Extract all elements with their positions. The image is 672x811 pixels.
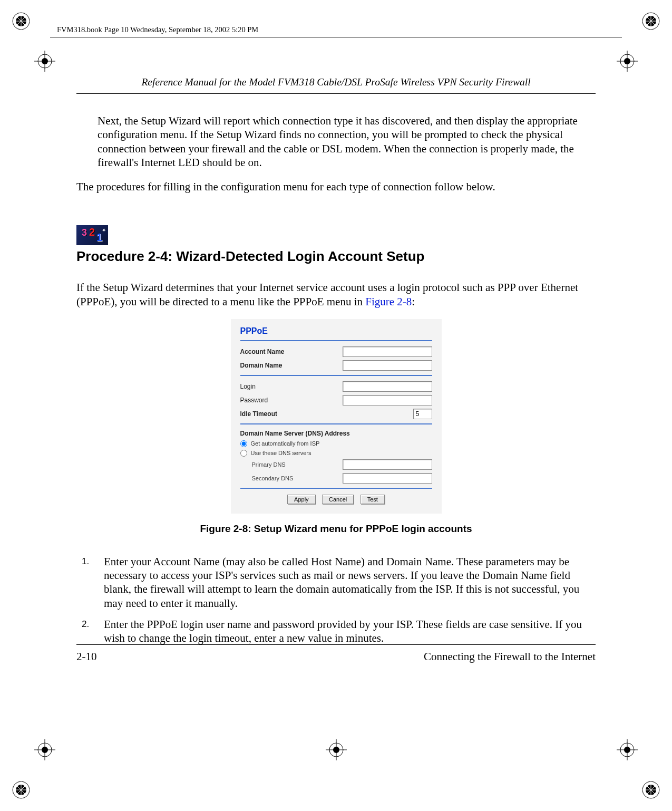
procedures-paragraph: The procedures for filling in the config… (76, 180, 596, 194)
figure-link[interactable]: Figure 2-8 (365, 295, 412, 308)
dns-manual-radio[interactable] (240, 450, 247, 457)
setup-paragraph-pre: If the Setup Wizard determines that your… (76, 281, 578, 307)
dns-heading: Domain Name Server (DNS) Address (240, 430, 432, 437)
divider (240, 423, 432, 424)
login-input[interactable] (343, 381, 432, 392)
cancel-button[interactable]: Cancel (322, 495, 354, 504)
meta-rule (50, 37, 622, 37)
step-list: Enter your Account Name (may also be cal… (82, 555, 596, 645)
crop-mark-icon (635, 5, 667, 37)
primary-dns-label: Primary DNS (252, 461, 343, 468)
password-input[interactable] (343, 395, 432, 406)
login-label: Login (240, 383, 343, 390)
running-head: Reference Manual for the Model FVM318 Ca… (76, 76, 596, 94)
registration-mark-icon (34, 739, 55, 760)
primary-dns-input[interactable] (343, 459, 432, 470)
figure-block: PPPoE Account Name Domain Name Login Pas… (76, 319, 596, 535)
pppoe-title: PPPoE (240, 326, 432, 336)
account-name-label: Account Name (240, 348, 343, 355)
password-label: Password (240, 397, 343, 404)
account-name-input[interactable] (343, 346, 432, 357)
domain-name-label: Domain Name (240, 362, 343, 369)
test-button[interactable]: Test (361, 495, 385, 504)
registration-mark-icon (34, 51, 55, 72)
idle-timeout-label: Idle Timeout (240, 410, 413, 418)
registration-mark-icon (326, 739, 347, 760)
page-meta-text: FVM318.book Page 10 Wednesday, September… (57, 25, 258, 34)
registration-mark-icon (617, 739, 638, 760)
divider (240, 375, 432, 376)
pppoe-panel: PPPoE Account Name Domain Name Login Pas… (231, 319, 442, 514)
intro-paragraph: Next, the Setup Wizard will report which… (98, 114, 596, 169)
secondary-dns-label: Secondary DNS (252, 475, 343, 481)
domain-name-input[interactable] (343, 360, 432, 371)
crop-mark-icon (635, 774, 667, 806)
setup-paragraph: If the Setup Wizard determines that your… (76, 281, 596, 308)
step-2: Enter the PPPoE login user name and pass… (82, 617, 596, 645)
page-content: Reference Manual for the Model FVM318 Ca… (76, 76, 596, 652)
divider (240, 488, 432, 489)
apply-button[interactable]: Apply (287, 495, 316, 504)
dns-manual-label: Use these DNS servers (251, 450, 311, 456)
crop-mark-icon (5, 5, 37, 37)
secondary-dns-input[interactable] (343, 473, 432, 484)
figure-caption: Figure 2-8: Setup Wizard menu for PPPoE … (76, 523, 596, 535)
divider (240, 340, 432, 341)
dns-auto-label: Get automatically from ISP (251, 440, 320, 447)
idle-timeout-input[interactable] (413, 409, 432, 419)
procedure-countdown-icon: 321✦ (76, 225, 108, 245)
registration-mark-icon (617, 51, 638, 72)
setup-paragraph-post: : (412, 295, 415, 308)
page-number: 2-10 (76, 650, 97, 663)
step-1: Enter your Account Name (may also be cal… (82, 555, 596, 610)
section-title: Connecting the Firewall to the Internet (424, 650, 596, 663)
crop-mark-icon (5, 774, 37, 806)
dns-auto-radio[interactable] (240, 440, 247, 447)
procedure-heading: Procedure 2-4: Wizard-Detected Login Acc… (76, 248, 596, 265)
page-footer: 2-10 Connecting the Firewall to the Inte… (76, 644, 596, 663)
